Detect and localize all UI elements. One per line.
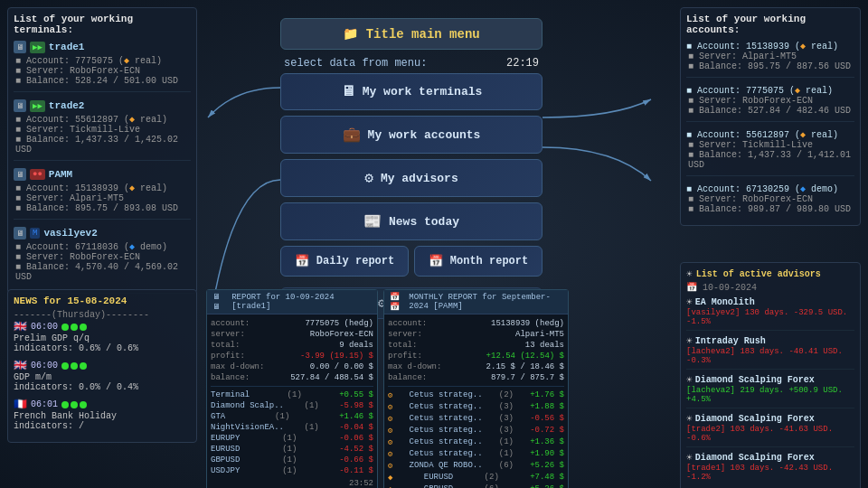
terminal-vasilyev2: 🖥 M vasilyev2 ■ Account: 67118036 (◆ dem… bbox=[14, 227, 191, 287]
advisor-detail-2: [lacheva2] 183 days. -40.41 USD. -0.3% bbox=[686, 347, 854, 365]
acc-name-2: ■ Account: 7775075 (◆ real) bbox=[686, 85, 854, 96]
monthly-report-title: 📅📅 MONTHLY REPORT for September-2024 [PA… bbox=[384, 290, 568, 314]
news-time-1: 06:00 bbox=[31, 322, 58, 332]
news-text-2a: GDP m/m bbox=[14, 372, 191, 382]
terminal-account-trade2: ■ Account: 55612897 (◆ real) bbox=[14, 114, 191, 125]
accounts-icon: 💼 bbox=[343, 126, 361, 144]
advisor-name-5: Diamond Scalping Forex bbox=[695, 453, 815, 463]
news-time-2: 06:00 bbox=[31, 361, 58, 371]
monthly-report-content: account:15138939 (hedg) server:Alpari-MT… bbox=[384, 314, 568, 488]
terminal-name-trade2: trade2 bbox=[49, 100, 85, 111]
accounts-panel-title: List of your working accounts: bbox=[686, 14, 854, 35]
daily-report-title: 🖥🖥 REPORT for 10-09-2024 [trade1] bbox=[207, 290, 377, 314]
dot-2c bbox=[80, 362, 87, 370]
accounts-button[interactable]: 💼 My work accounts bbox=[280, 116, 542, 154]
acc-server-3: ■ Server: Tickmill-Live bbox=[686, 140, 854, 150]
account-15138939: ■ Account: 15138939 (◆ real) ■ Server: A… bbox=[686, 41, 854, 78]
acc-balance-1: ■ Balance: 895.75 / 887.56 USD bbox=[686, 61, 854, 71]
news-flag-3: 🇫🇷 bbox=[14, 398, 27, 411]
news-time-3: 06:01 bbox=[31, 399, 58, 409]
dot-2a bbox=[61, 362, 69, 370]
advisors-panel: ☀️ List of active advisors 📅 10-09-2024 … bbox=[680, 262, 861, 488]
news-text-3a: French Bank Holiday bbox=[14, 411, 191, 421]
news-label: News today bbox=[389, 215, 459, 229]
folder-icon: 📁 bbox=[343, 27, 358, 42]
terminal-account-pamm: ■ Account: 15138939 (◆ real) bbox=[14, 183, 191, 193]
time-display: 22:19 bbox=[506, 57, 539, 70]
monitor-icon-v2: 🖥 bbox=[14, 227, 26, 239]
acc-server-2: ■ Server: RoboForex-ECN bbox=[686, 96, 854, 106]
terminals-button[interactable]: 🖥 My work terminals bbox=[280, 73, 542, 110]
main-menu-title: 📁 Title main menu bbox=[280, 18, 542, 50]
terminal-balance-trade2: ■ Balance: 1,437.33 / 1,425.02 USD bbox=[14, 135, 191, 155]
advisor-detail-3: [lacheva2] 219 days. +500.9 USD. +4.5% bbox=[686, 386, 854, 404]
monthly-calendar-icon: 📅 bbox=[429, 254, 443, 268]
monthly-report-window: 📅📅 MONTHLY REPORT for September-2024 [PA… bbox=[383, 289, 569, 488]
terminal-server-vasilyev2: ■ Server: RoboForex-ECN bbox=[14, 252, 191, 262]
dot-3c bbox=[80, 401, 87, 408]
status-icon-t1: ▶▶ bbox=[30, 42, 45, 53]
daily-title-icons: 🖥🖥 bbox=[212, 292, 228, 312]
dot-1c bbox=[80, 324, 87, 331]
advisor-detail-1: [vasilyev2] 130 days. -329.5 USD. -1.5% bbox=[686, 308, 854, 326]
terminal-pamm: 🖥 ●● PAMM ■ Account: 15138939 (◆ real) ■… bbox=[14, 168, 191, 220]
advisor-detail-5: [trade1] 103 days. -42.43 USD. -1.2% bbox=[686, 464, 854, 482]
advisor-name-4: Diamond Scalping Forex bbox=[695, 414, 815, 424]
daily-report-content: account:7775075 (hedg) server:RoboForex-… bbox=[207, 314, 377, 488]
terminal-name-vasilyev2: vasilyev2 bbox=[43, 228, 97, 239]
terminal-balance-trade1: ■ Balance: 528.24 / 501.00 USD bbox=[14, 76, 191, 86]
monitor-icon: 🖥 bbox=[14, 41, 26, 53]
acc-name-4: ■ Account: 67130259 (◆ demo) bbox=[686, 183, 854, 194]
account-67130259: ■ Account: 67130259 (◆ demo) ■ Server: R… bbox=[686, 183, 854, 220]
status-icon-v2: M bbox=[30, 228, 40, 239]
acc-balance-3: ■ Balance: 1,437.33 / 1,412.01 USD bbox=[686, 150, 854, 170]
news-text-1a: Prelim GDP q/q bbox=[14, 333, 191, 343]
terminal-balance-vasilyev2: ■ Balance: 4,570.40 / 4,569.02 USD bbox=[14, 262, 191, 282]
terminals-panel: List of your working terminals: 🖥 ▶▶ tra… bbox=[7, 7, 197, 294]
dot-1b bbox=[71, 324, 78, 331]
advisor-diamond-2: ☀️ Diamond Scalping Forex [trade2] 103 d… bbox=[686, 413, 854, 447]
advisors-button[interactable]: ⚙️ My advisors bbox=[280, 159, 542, 197]
diamond1-icon: ☀️ bbox=[686, 374, 693, 386]
status-icon-pamm: ●● bbox=[30, 169, 45, 180]
dot-3b bbox=[71, 401, 78, 408]
acc-name-1: ■ Account: 15138939 (◆ real) bbox=[686, 41, 854, 52]
terminal-name-trade1: trade1 bbox=[49, 42, 85, 52]
acc-server-1: ■ Server: Alpari-MT5 bbox=[686, 52, 854, 61]
news-divider: -------(Thursday)-------- bbox=[14, 310, 191, 320]
news-item-2: 🇬🇧 06:00 GDP m/m indicators: 0.0% / 0.4% bbox=[14, 359, 191, 392]
advisor-diamond-1: ☀️ Diamond Scalping Forex [lacheva2] 219… bbox=[686, 374, 854, 408]
news-item-3: 🇫🇷 06:01 French Bank Holiday indicators:… bbox=[14, 398, 191, 431]
center-menu: 📁 Title main menu select data from menu:… bbox=[280, 18, 542, 324]
monthly-report-button[interactable]: 📅 Month report bbox=[414, 246, 542, 277]
terminals-icon: 🖥 bbox=[341, 83, 355, 100]
daily-calendar-icon: 📅 bbox=[295, 254, 309, 268]
daily-rows: Terminal(1)+0.55 $ Diamond Scalp..(1)-5.… bbox=[211, 389, 373, 476]
advisor-sun-icon: ☀️ bbox=[686, 268, 693, 280]
acc-name-3: ■ Account: 55612897 (◆ real) bbox=[686, 129, 854, 140]
daily-label: Daily report bbox=[316, 255, 394, 267]
advisor-detail-4: [trade2] 103 days. -41.63 USD. -0.6% bbox=[686, 425, 854, 443]
account-55612897: ■ Account: 55612897 (◆ real) ■ Server: T… bbox=[686, 129, 854, 176]
monthly-rows: ⚙Cetus strateg..(2)+1.76 $ ⚙Cetus strate… bbox=[388, 389, 564, 488]
terminal-trade1: 🖥 ▶▶ trade1 ■ Account: 7775075 (◆ real) … bbox=[14, 41, 191, 92]
daily-report-button[interactable]: 📅 Daily report bbox=[280, 246, 409, 277]
news-item-1: 🇬🇧 06:00 Prelim GDP q/q indicators: 0.6%… bbox=[14, 320, 191, 353]
news-icon: 📰 bbox=[363, 212, 382, 230]
monitor-icon-pamm: 🖥 bbox=[14, 168, 26, 181]
advisor-intraday-rush: ☀️ Intraday Rush [lacheva2] 183 days. -4… bbox=[686, 335, 854, 370]
terminal-server-trade2: ■ Server: Tickmill-Live bbox=[14, 125, 191, 135]
terminals-panel-title: List of your working terminals: bbox=[14, 14, 191, 35]
daily-report-window: 🖥🖥 REPORT for 10-09-2024 [trade1] accoun… bbox=[206, 289, 378, 488]
diamond3-icon: ☀️ bbox=[686, 452, 693, 464]
acc-balance-2: ■ Balance: 527.84 / 482.46 USD bbox=[686, 106, 854, 116]
news-button[interactable]: 📰 News today bbox=[280, 202, 542, 240]
news-text-2b: indicators: 0.0% / 0.4% bbox=[14, 382, 191, 392]
terminal-balance-pamm: ■ Balance: 895.75 / 893.08 USD bbox=[14, 203, 191, 213]
terminal-name-pamm: PAMM bbox=[49, 169, 72, 180]
terminals-label: My work terminals bbox=[363, 85, 483, 99]
diamond2-icon: ☀️ bbox=[686, 413, 693, 425]
news-panel: NEWS for 15-08-2024 -------(Thursday)---… bbox=[7, 289, 197, 443]
advisor-name-3: Diamond Scalping Forex bbox=[695, 375, 815, 385]
news-flag-2: 🇬🇧 bbox=[14, 359, 27, 372]
